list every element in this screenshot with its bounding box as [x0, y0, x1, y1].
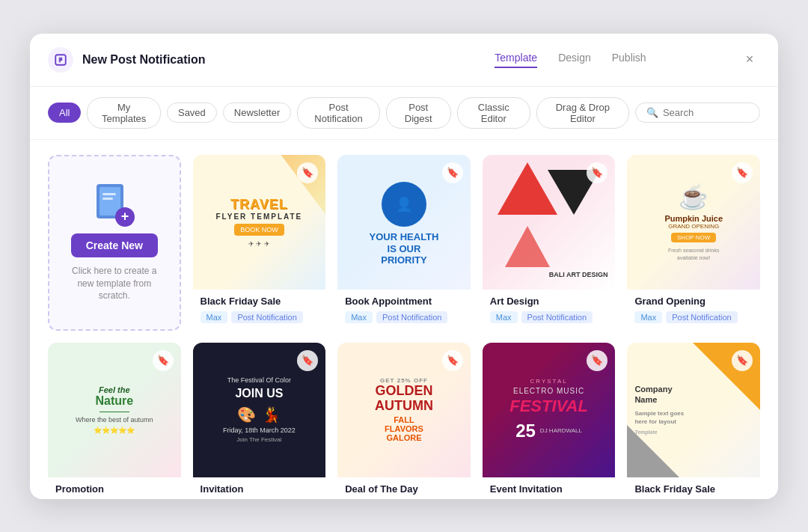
template-card[interactable]: 👤 YOUR HEALTHIS OURPRIORITY 🔖 Book Appoi…	[337, 155, 471, 331]
template-card[interactable]: ☕ Pumpkin Juice GRAND OPENING SHOP NOW F…	[627, 155, 760, 331]
template-name: Art Design	[490, 296, 539, 307]
filter-saved[interactable]: Saved	[167, 103, 217, 123]
close-button[interactable]: ×	[739, 49, 760, 70]
template-tags: Max Post Notification	[490, 311, 608, 323]
tag-max: Max	[490, 311, 518, 323]
bookmark-button[interactable]: 🔖	[297, 350, 318, 371]
template-card[interactable]: The Festival Of Color JOIN US 🎨💃 Friday,…	[193, 343, 326, 499]
filter-bar: All My Templates Saved Newsletter Post N…	[30, 87, 778, 140]
template-name: Black Friday Sale	[634, 483, 715, 495]
modal-title: New Post Notification	[82, 53, 402, 67]
template-info: Art Design Max Post Notification	[483, 290, 616, 331]
template-info: Book Appointment Max Post Notification	[337, 290, 471, 331]
bookmark-button[interactable]: 🔖	[153, 350, 174, 371]
bookmark-button[interactable]: 🔖	[587, 162, 607, 183]
tab-publish[interactable]: Publish	[612, 52, 646, 68]
bookmark-button[interactable]: 🔖	[587, 350, 607, 371]
template-card[interactable]: TRAVEL FLYER TEMPLATE BOOK NOW ✈ ✈ ✈ 🔖 B…	[193, 155, 326, 331]
template-name: Promotion	[55, 483, 104, 495]
template-name: Deal of The Day	[345, 483, 418, 495]
tabs-row: Template Design Publish	[495, 52, 646, 68]
template-name: Invitation	[201, 483, 244, 495]
tag-post-notification: Post Notification	[376, 311, 447, 323]
filter-classic-editor[interactable]: Classic Editor	[457, 97, 530, 129]
template-name: Grand Opening	[634, 296, 706, 307]
filter-all[interactable]: All	[48, 103, 81, 123]
tag-post-notification: Post Notification	[231, 311, 302, 323]
filter-drag-drop[interactable]: Drag & Drop Editor	[536, 97, 629, 129]
template-tags: Max Post Notification	[634, 311, 753, 323]
bookmark-button[interactable]: 🔖	[732, 162, 753, 183]
template-tags: Max Post Notification	[345, 311, 463, 323]
template-name: Black Friday Sale	[201, 296, 281, 307]
template-name: Book Appointment	[345, 296, 432, 307]
bookmark-button[interactable]: 🔖	[297, 162, 318, 183]
tab-design[interactable]: Design	[558, 52, 591, 68]
create-new-button[interactable]: Create New	[71, 233, 158, 257]
search-icon: 🔍	[646, 107, 658, 118]
tag-max: Max	[634, 311, 662, 323]
tag-max: Max	[201, 311, 228, 323]
tab-template[interactable]: Template	[495, 52, 537, 68]
template-card[interactable]: GET 25% OFF GOLDENAUTUMN FALLFLAVORSGALO…	[337, 343, 471, 499]
tag-post-notification: Post Notification	[666, 311, 737, 323]
templates-grid: + Create New Click here to create a new …	[30, 140, 778, 499]
template-info: Deal of The Day Max Post Notification	[337, 477, 471, 499]
svg-text:+: +	[121, 209, 129, 224]
search-box: 🔍	[635, 103, 760, 123]
tag-max: Max	[345, 311, 373, 323]
template-info: Event Invitation Max Post Notification	[483, 477, 616, 499]
header-icon	[48, 47, 73, 73]
template-info: Black Friday Sale Max Post Notification	[193, 290, 326, 331]
template-card[interactable]: CRYSTAL ELECTRO MUSIC Festival 25 DJ HAR…	[483, 343, 616, 499]
template-card[interactable]: Feel the Nature Where the best of autumn…	[48, 343, 181, 499]
modal-tabs-container: Template Design Publish	[411, 52, 730, 68]
create-new-icon: +	[94, 183, 135, 233]
filter-newsletter[interactable]: Newsletter	[223, 103, 291, 123]
template-card[interactable]: BALI ART DESIGN 🔖 Art Design Max Post No…	[483, 155, 616, 331]
bookmark-button[interactable]: 🔖	[442, 162, 463, 183]
template-name: Event Invitation	[490, 483, 563, 495]
filter-post-digest[interactable]: Post Digest	[386, 97, 451, 129]
svg-rect-7	[102, 198, 113, 200]
bookmark-button[interactable]: 🔖	[442, 350, 463, 371]
bookmark-button[interactable]: 🔖	[732, 350, 753, 371]
template-info: Promotion Max Post Notification	[48, 477, 181, 499]
template-info: Grand Opening Max Post Notification	[627, 290, 760, 331]
modal-header: New Post Notification Template Design Pu…	[30, 34, 778, 87]
filter-my-templates[interactable]: My Templates	[87, 97, 161, 129]
template-info: Black Friday Sale Max Post Notification	[627, 477, 760, 499]
svg-rect-6	[102, 193, 116, 195]
create-new-card[interactable]: + Create New Click here to create a new …	[48, 155, 181, 331]
search-input[interactable]	[663, 107, 749, 118]
tag-post-notification: Post Notification	[521, 311, 593, 323]
filter-post-notification[interactable]: Post Notification	[297, 97, 379, 129]
template-info: Invitation Max Post Notification	[193, 477, 326, 499]
create-new-description: Click here to create a new template from…	[64, 265, 165, 302]
template-tags: Max Post Notification	[201, 311, 319, 323]
template-card[interactable]: Company Name Sample text goeshere for la…	[627, 343, 760, 499]
modal-container: New Post Notification Template Design Pu…	[30, 34, 778, 499]
